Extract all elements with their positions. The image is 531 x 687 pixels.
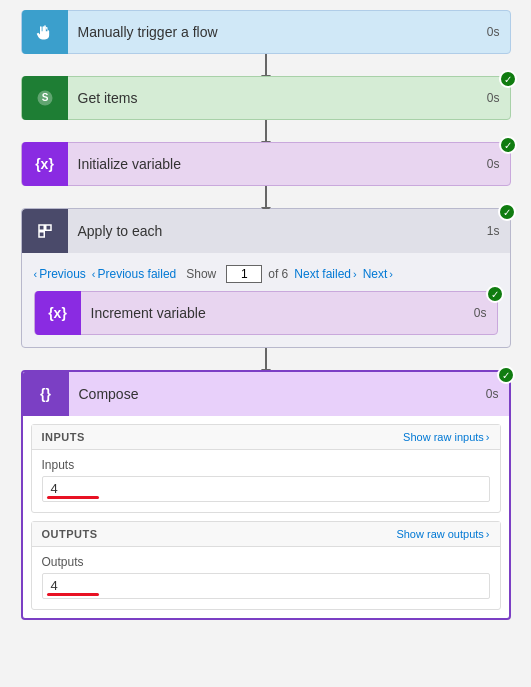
show-raw-outputs-label: Show raw outputs [396,528,483,540]
connector-3 [265,186,267,208]
inputs-body: Inputs 4 [32,450,500,512]
apply-body: ‹ Previous ‹ Previous failed Show of 6 N… [22,253,510,347]
of-label: of 6 [268,267,288,281]
compose-duration: 0s [476,387,509,401]
getitems-check: ✓ [499,70,517,88]
compose-label: Compose [69,386,476,402]
flow-container: Manually trigger a flow 0s S Get items 0… [0,0,531,630]
initvar-label: Initialize variable [68,156,477,172]
outputs-header: OUTPUTS Show raw outputs › [32,522,500,547]
previous-button[interactable]: ‹ Previous [34,267,86,281]
compose-icon: {} [23,372,69,416]
outputs-section: OUTPUTS Show raw outputs › Outputs 4 [31,521,501,610]
outputs-underline [47,593,99,596]
previous-chevron: ‹ [34,268,38,280]
increment-icon: {x} [35,291,81,335]
increment-check: ✓ [486,285,504,303]
step-getitems[interactable]: S Get items 0s ✓ [21,76,511,120]
getitems-label: Get items [68,90,477,106]
increment-duration: 0s [464,306,497,320]
show-label: Show [186,267,216,281]
trigger-label: Manually trigger a flow [68,24,477,40]
sharepoint-icon: S [22,76,68,120]
previous-failed-label[interactable]: Previous failed [98,267,177,281]
next-label[interactable]: Next [363,267,388,281]
apply-icon [22,209,68,253]
previous-failed-button[interactable]: ‹ Previous failed [92,267,176,281]
show-raw-outputs[interactable]: Show raw outputs › [396,528,489,540]
inputs-field-label: Inputs [42,458,490,472]
inputs-underline [47,496,99,499]
page-input[interactable] [226,265,262,283]
step-initvar[interactable]: {x} Initialize variable 0s ✓ [21,142,511,186]
svg-rect-3 [45,225,50,230]
outputs-title: OUTPUTS [42,528,98,540]
inputs-section: INPUTS Show raw inputs › Inputs 4 [31,424,501,513]
outputs-field-label: Outputs [42,555,490,569]
outputs-field-value: 4 [42,573,490,599]
next-failed-chevron: › [353,268,357,280]
apply-label: Apply to each [68,223,477,239]
next-failed-button[interactable]: Next failed › [294,267,356,281]
step-increment[interactable]: {x} Increment variable 0s ✓ [34,291,498,335]
show-raw-inputs-label: Show raw inputs [403,431,484,443]
step-trigger[interactable]: Manually trigger a flow 0s [21,10,511,54]
show-raw-inputs-chevron: › [486,431,490,443]
inputs-header: INPUTS Show raw inputs › [32,425,500,450]
inputs-value-text: 4 [51,481,58,496]
outputs-value-text: 4 [51,578,58,593]
show-raw-outputs-chevron: › [486,528,490,540]
prev-failed-chevron: ‹ [92,268,96,280]
trigger-duration: 0s [477,25,510,39]
initvar-duration: 0s [477,157,510,171]
next-chevron: › [389,268,393,280]
getitems-duration: 0s [477,91,510,105]
svg-rect-4 [39,232,44,237]
inputs-title: INPUTS [42,431,85,443]
outputs-body: Outputs 4 [32,547,500,609]
compose-container: {} Compose 0s ✓ INPUTS Show raw inputs ›… [21,370,511,620]
increment-label: Increment variable [81,305,464,321]
apply-header[interactable]: Apply to each 1s ✓ [22,209,510,253]
connector-2 [265,120,267,142]
inputs-field-value: 4 [42,476,490,502]
next-failed-label[interactable]: Next failed [294,267,351,281]
compose-check: ✓ [497,366,515,384]
svg-rect-2 [39,225,44,230]
connector-4 [265,348,267,370]
connector-1 [265,54,267,76]
initvar-check: ✓ [499,136,517,154]
apply-check: ✓ [498,203,516,221]
apply-container: Apply to each 1s ✓ ‹ Previous ‹ Previous… [21,208,511,348]
initvar-icon: {x} [22,142,68,186]
compose-header[interactable]: {} Compose 0s ✓ [23,372,509,416]
svg-text:S: S [41,92,48,103]
show-raw-inputs[interactable]: Show raw inputs › [403,431,489,443]
previous-label[interactable]: Previous [39,267,86,281]
next-button[interactable]: Next › [363,267,393,281]
apply-duration: 1s [477,224,510,238]
hand-icon [22,10,68,54]
pagination-row: ‹ Previous ‹ Previous failed Show of 6 N… [34,265,498,283]
